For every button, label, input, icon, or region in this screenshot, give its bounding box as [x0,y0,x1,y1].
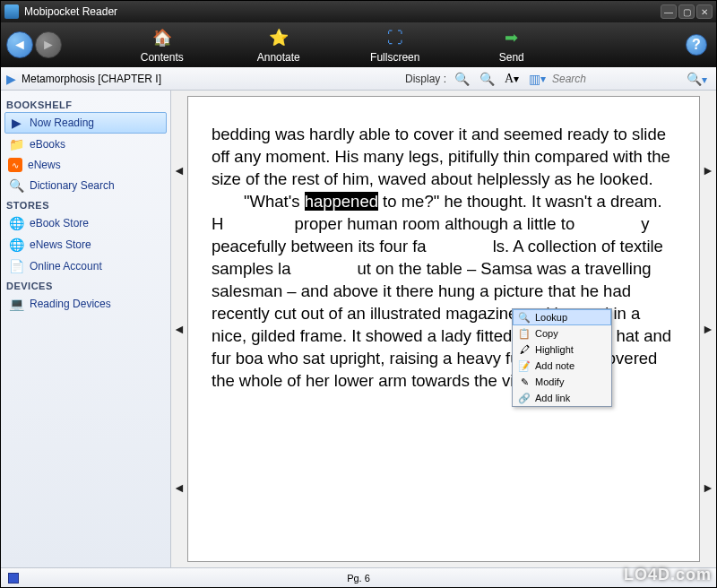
zoom-in-button[interactable]: 🔍 [477,70,497,88]
fullscreen-button[interactable]: ⛶ Fullscreen [337,26,454,64]
sidebar-header-bookshelf: BOOKSHELF [4,96,167,112]
prev-section-button-2[interactable]: ◄ [173,322,186,336]
search-icon: 🔍 [8,177,24,194]
font-size-button[interactable]: A▾ [502,70,522,88]
ctx-add-note[interactable]: 📝Add note [513,358,611,374]
star-icon: ⭐ [267,26,290,49]
titlebar: Mobipocket Reader — ▢ ✕ [1,1,716,22]
modify-icon: ✎ [518,376,531,388]
page-number: Pg. 6 [347,573,370,584]
zoom-out-button[interactable]: 🔍 [452,70,471,88]
globe-icon: 🌐 [8,215,24,231]
copy-icon: 📋 [518,327,531,340]
ctx-highlight[interactable]: 🖍Highlight [513,342,611,358]
main-toolbar: ◄ ► 🏠 Contents ⭐ Annotate ⛶ Fullscreen ➡… [1,22,716,67]
lookup-icon: 🔍 [518,311,531,324]
next-section-button-2[interactable]: ► [702,322,714,336]
send-icon: ➡ [500,26,523,49]
page-text: bedding was hardly able to cover it and … [212,125,670,188]
back-button[interactable]: ◄ [6,31,33,58]
sub-toolbar: ▶ Metamorphosis [CHAPTER I] Display : 🔍 … [1,67,716,91]
forward-button[interactable]: ► [35,31,62,58]
sidebar-item-ebook-store[interactable]: 🌐eBook Store [4,212,167,234]
app-icon [4,4,19,19]
folder-icon: 📁 [8,136,24,152]
next-section-button-3[interactable]: ► [702,480,714,495]
sidebar-item-reading-devices[interactable]: 💻Reading Devices [4,293,167,315]
sidebar-header-stores: STORES [4,196,167,212]
next-section-button[interactable]: ► [702,163,714,177]
play-icon: ▶ [6,72,16,86]
sidebar-item-ebooks[interactable]: 📁eBooks [4,134,167,155]
ctx-modify[interactable]: ✎Modify [513,374,611,390]
send-button[interactable]: ➡ Send [454,26,570,64]
search-go-button[interactable]: 🔍▾ [683,72,711,86]
content-area: ◄ ◄ ◄ bedding was hardly able to cover i… [171,91,716,567]
display-label: Display : [405,73,446,85]
help-button[interactable]: ? [686,34,707,56]
home-icon: 🏠 [151,26,174,49]
reader-page[interactable]: bedding was hardly able to cover it and … [187,96,700,562]
sidebar: BOOKSHELF ▶Now Reading 📁eBooks ∿eNews 🔍D… [1,91,171,567]
ctx-add-link[interactable]: 🔗Add link [513,390,611,406]
sidebar-item-enews[interactable]: ∿eNews [4,155,167,175]
ctx-copy[interactable]: 📋Copy [513,325,611,342]
page-nav-right: ► ► ► [700,91,716,567]
app-title: Mobipocket Reader [24,5,117,18]
status-bar: Pg. 6 [1,567,716,587]
sidebar-item-dictionary[interactable]: 🔍Dictionary Search [4,175,167,196]
fullscreen-icon: ⛶ [384,26,407,49]
sidebar-header-devices: DEVICES [4,277,167,293]
device-icon: 💻 [8,296,24,312]
search-input[interactable] [552,70,678,88]
annotate-button[interactable]: ⭐ Annotate [220,26,337,64]
layout-button[interactable]: ▥▾ [527,70,547,88]
close-button[interactable]: ✕ [696,4,713,19]
minimize-button[interactable]: — [661,4,677,19]
link-icon: 🔗 [518,392,531,404]
sidebar-item-now-reading[interactable]: ▶Now Reading [4,112,167,134]
note-icon: 📝 [518,359,531,372]
globe-rss-icon: 🌐 [8,237,24,253]
breadcrumb: Metamorphosis [CHAPTER I] [22,73,400,85]
account-icon: 📄 [8,258,24,274]
highlight-icon: 🖍 [518,343,531,356]
selected-text[interactable]: happened [305,192,378,211]
page-nav-left: ◄ ◄ ◄ [171,91,187,567]
maximize-button[interactable]: ▢ [678,4,695,19]
sidebar-item-enews-store[interactable]: 🌐eNews Store [4,234,167,255]
app-window: Mobipocket Reader — ▢ ✕ ◄ ► 🏠 Contents ⭐… [0,0,717,588]
prev-section-button[interactable]: ◄ [173,163,186,177]
sidebar-item-online-account[interactable]: 📄Online Account [4,255,167,277]
prev-section-button-3[interactable]: ◄ [173,480,186,495]
book-open-icon: ▶ [8,115,24,131]
context-menu: 🔍Lookup 📋Copy 🖍Highlight 📝Add note ✎Modi… [512,308,612,407]
rss-icon: ∿ [8,158,22,172]
contents-button[interactable]: 🏠 Contents [104,26,220,64]
ctx-lookup[interactable]: 🔍Lookup [513,309,611,325]
progress-indicator[interactable] [8,573,19,584]
